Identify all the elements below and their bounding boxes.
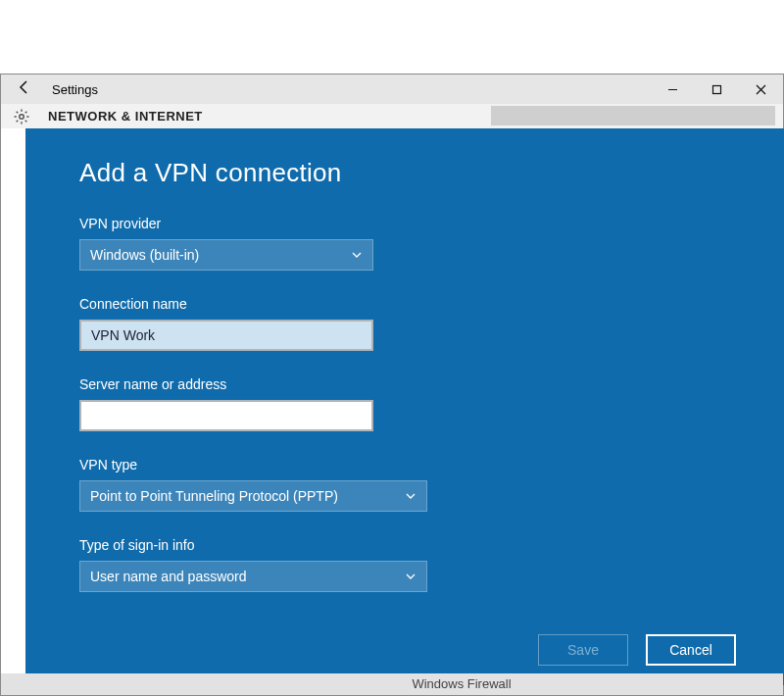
- signin-select[interactable]: User name and password: [79, 561, 427, 592]
- minimize-button[interactable]: [651, 75, 695, 104]
- window-title: Settings: [52, 82, 98, 97]
- footer-stub: Windows Firewall: [1, 673, 783, 695]
- modal-buttons: Save Cancel: [538, 634, 736, 666]
- footer-firewall-label: Windows Firewall: [364, 673, 560, 695]
- field-server: Server name or address: [79, 376, 731, 431]
- header-strip: NETWORK & INTERNET: [1, 104, 783, 128]
- connection-name-input[interactable]: [79, 320, 373, 351]
- settings-window: Settings NETWORK & INTERNET Add a VPN co…: [0, 74, 784, 696]
- connection-name-label: Connection name: [79, 296, 731, 312]
- chevron-down-icon: [405, 490, 416, 502]
- svg-point-2: [20, 114, 24, 119]
- vpn-type-value: Point to Point Tunneling Protocol (PPTP): [90, 488, 338, 504]
- back-button[interactable]: [13, 79, 40, 99]
- breadcrumb: NETWORK & INTERNET: [48, 109, 203, 124]
- modal-title: Add a VPN connection: [79, 158, 731, 188]
- field-connection-name: Connection name: [79, 296, 731, 351]
- signin-label: Type of sign-in info: [79, 537, 731, 553]
- close-button[interactable]: [739, 75, 783, 104]
- vpn-type-select[interactable]: Point to Point Tunneling Protocol (PPTP): [79, 480, 427, 512]
- save-button[interactable]: Save: [538, 634, 628, 666]
- vpn-modal: Add a VPN connection VPN provider Window…: [25, 128, 784, 685]
- vpn-provider-select[interactable]: Windows (built-in): [79, 239, 373, 271]
- field-vpn-type: VPN type Point to Point Tunneling Protoc…: [79, 457, 731, 512]
- vpn-provider-label: VPN provider: [79, 216, 731, 231]
- svg-rect-1: [713, 85, 721, 93]
- signin-value: User name and password: [90, 569, 247, 584]
- vpn-type-label: VPN type: [79, 457, 731, 472]
- maximize-button[interactable]: [695, 75, 739, 104]
- vpn-provider-value: Windows (built-in): [90, 247, 199, 263]
- field-signin: Type of sign-in info User name and passw…: [79, 537, 731, 592]
- window-controls: [651, 75, 783, 104]
- chevron-down-icon: [351, 249, 363, 261]
- field-vpn-provider: VPN provider Windows (built-in): [79, 216, 731, 271]
- server-label: Server name or address: [79, 376, 731, 392]
- chevron-down-icon: [405, 571, 416, 582]
- server-input[interactable]: [79, 400, 373, 431]
- search-stub[interactable]: [491, 106, 775, 125]
- titlebar: Settings: [1, 75, 783, 104]
- cancel-button[interactable]: Cancel: [646, 634, 736, 666]
- gear-icon: [13, 108, 30, 125]
